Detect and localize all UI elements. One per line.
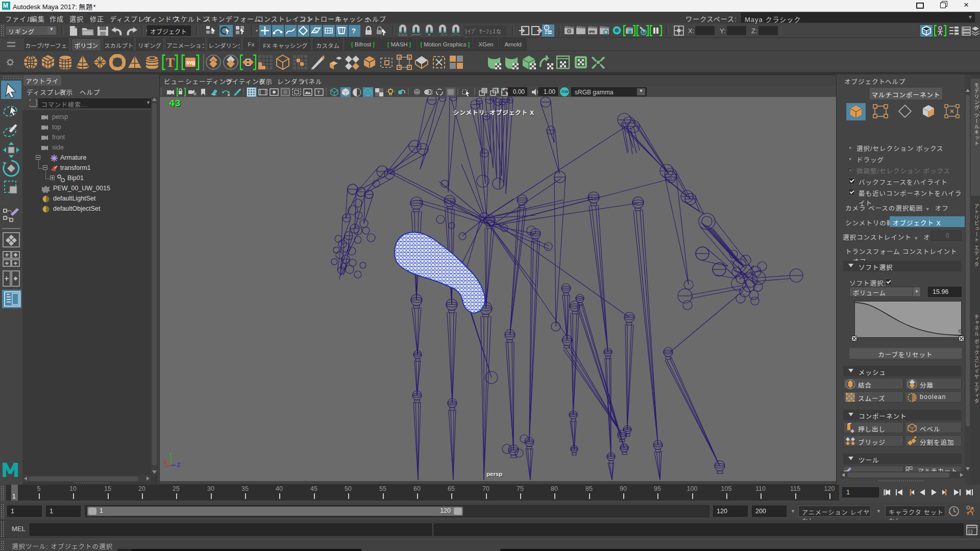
svg-text:IPR: IPR [589,30,595,34]
svg-text:X: X [164,460,167,465]
svg-text:Y: Y [169,453,173,458]
svg-text:?: ? [352,27,356,35]
svg-text:T: T [166,55,175,70]
svg-text:T: T [317,90,321,95]
svg-text:Z: Z [177,462,180,467]
svg-text:{;}: {;} [968,529,973,534]
svg-text:svg: svg [186,60,195,65]
